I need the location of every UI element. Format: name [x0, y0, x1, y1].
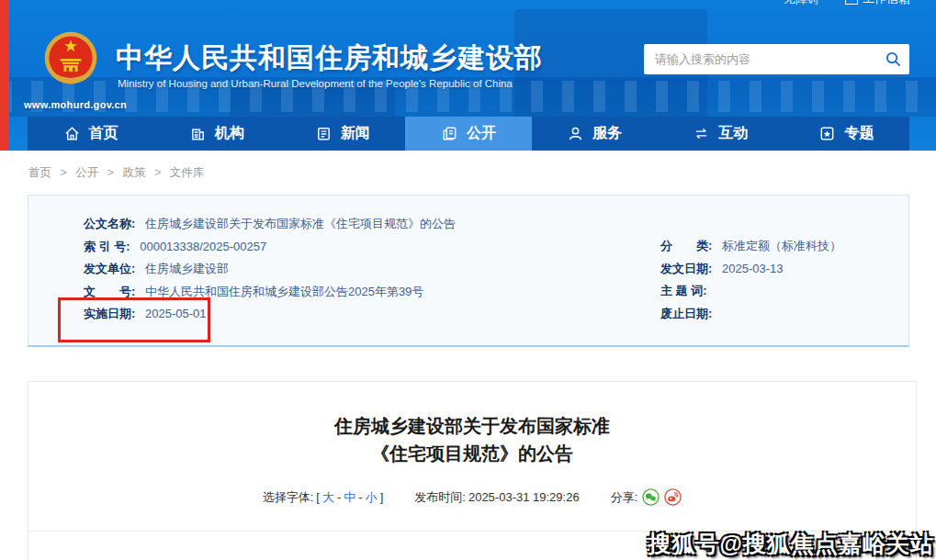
- wechat-share-icon[interactable]: [642, 488, 660, 506]
- nav-item-interaction[interactable]: 互动: [658, 117, 784, 151]
- meta-row-issuing-unit: 发文单位: 住房城乡建设部: [84, 258, 635, 281]
- left-edge-red-strip: [0, 0, 9, 151]
- person-icon: [567, 125, 584, 142]
- newspaper-icon: [315, 125, 333, 142]
- article-title: 住房城乡建设部关于发布国家标准 《住宅项目规范》的公告: [28, 412, 916, 467]
- weibo-share-icon[interactable]: [664, 488, 682, 506]
- article-meta-row: 选择字体: [ 大 - 中 - 小 ] 发布时间: 2025-03-31 19:…: [28, 488, 916, 506]
- star-badge-icon: [818, 125, 836, 142]
- meta-right-column: 分 类: 标准定额（标准科技） 发文日期: 2025-03-13 主 题 词: …: [660, 235, 899, 325]
- breadcrumb-disclosure[interactable]: 公开: [75, 166, 98, 179]
- font-size-selector: 选择字体: [ 大 - 中 - 小 ]: [263, 489, 384, 506]
- share-controls: 分享:: [611, 488, 682, 506]
- red-annotation-box: [58, 297, 210, 342]
- mail-icon: [845, 0, 858, 5]
- home-icon: [63, 125, 81, 142]
- nav-item-home[interactable]: 首页: [28, 117, 153, 151]
- open-documents-icon: [441, 125, 458, 142]
- site-url: www.mohurd.gov.cn: [24, 99, 127, 110]
- document-meta-panel: 公文名称: 住房城乡建设部关于发布国家标准《住宅项目规范》的公告 索 引 号: …: [28, 195, 909, 347]
- nav-item-organization[interactable]: 机构: [153, 117, 279, 151]
- topbar-link-mailbox[interactable]: 工作信箱: [845, 0, 910, 7]
- topbar-link-accessibility[interactable]: 无障碍: [784, 0, 819, 7]
- building-icon: [189, 125, 207, 142]
- sohu-watermark: 搜狐号@搜狐焦点嘉峪关站: [648, 529, 934, 559]
- national-emblem-logo: [42, 29, 99, 92]
- search-button[interactable]: [876, 44, 909, 74]
- search-box: [644, 44, 909, 74]
- meta-row-category: 分 类: 标准定额（标准科技）: [660, 235, 899, 258]
- meta-row-repeal-date: 废止日期:: [660, 303, 899, 326]
- nav-item-services[interactable]: 服务: [532, 117, 658, 151]
- font-size-small[interactable]: 小: [366, 489, 378, 506]
- meta-row-index-number: 索 引 号: 000013338/2025-00257: [84, 236, 635, 259]
- breadcrumb-library[interactable]: 文件库: [170, 166, 205, 179]
- exchange-arrows-icon: [693, 125, 710, 142]
- breadcrumb-home[interactable]: 首页: [28, 166, 51, 179]
- topbar: 无障碍 工作信箱: [784, 0, 910, 7]
- meta-row-subject-words: 主 题 词:: [660, 280, 899, 303]
- meta-row-issue-date: 发文日期: 2025-03-13: [660, 258, 899, 281]
- site-subtitle-english: Ministry of Housing and Urban-Rural Deve…: [118, 78, 513, 89]
- search-input[interactable]: [644, 44, 876, 74]
- font-size-medium[interactable]: 中: [344, 489, 355, 506]
- main-nav: 首页 机构 新闻 公开 服务: [28, 117, 909, 151]
- search-icon: [885, 51, 901, 67]
- breadcrumb-policy[interactable]: 政策: [123, 166, 146, 179]
- breadcrumb: 首页 > 公开 > 政策 > 文件库: [28, 165, 204, 181]
- mohurd-document-page: 无障碍 工作信箱 www.mohurd.gov.cn 中华人民共和国住房和城乡建…: [0, 0, 936, 560]
- nav-item-disclosure[interactable]: 公开: [405, 117, 531, 151]
- nav-item-news[interactable]: 新闻: [279, 117, 405, 151]
- site-title: 中华人民共和国住房和城乡建设部: [116, 39, 543, 77]
- font-size-large[interactable]: 大: [322, 489, 334, 506]
- meta-row-doc-name: 公文名称: 住房城乡建设部关于发布国家标准《住宅项目规范》的公告: [84, 213, 635, 236]
- publish-time: 发布时间: 2025-03-31 19:29:26: [414, 489, 579, 506]
- nav-item-topics[interactable]: 专题: [784, 117, 909, 151]
